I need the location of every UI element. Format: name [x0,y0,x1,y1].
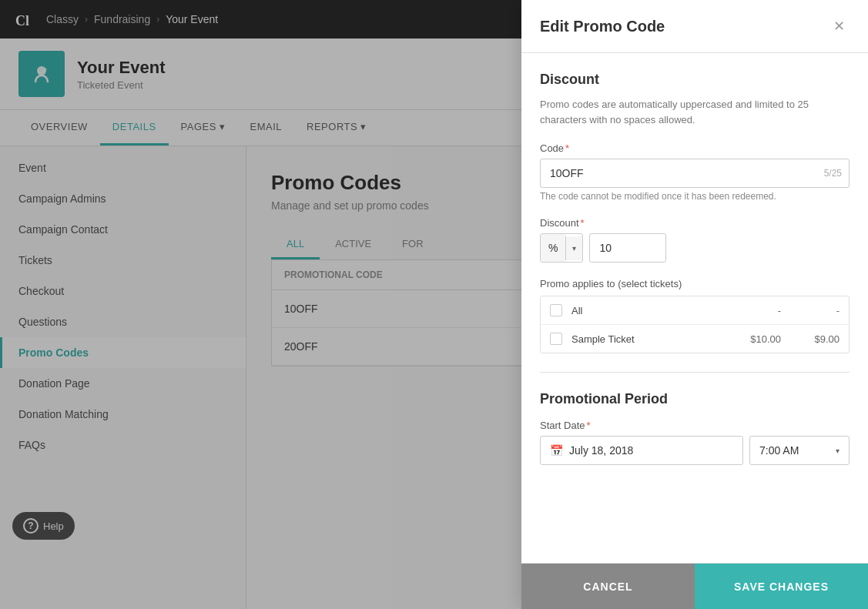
applies-to-group: Promo applies to (select tickets) All - … [540,278,850,353]
discount-row: % ▾ [540,233,850,263]
ticket-name-sample: Sample Ticket [571,333,735,345]
discount-label: Discount* [540,217,850,229]
discount-section-desc: Promo codes are automatically uppercased… [540,97,850,127]
ticket-discount-price-all: - [793,305,840,316]
ticket-name-all: All [571,305,735,316]
edit-promo-panel: Edit Promo Code ✕ Discount Promo codes a… [521,0,868,609]
panel-footer: CANCEL SAVE CHANGES [521,563,868,609]
start-date-label: Start Date* [540,420,850,431]
ticket-checkbox-sample[interactable] [550,333,562,345]
ticket-price-all: - [735,305,781,316]
discount-type-text: % [541,234,565,262]
applies-to-label: Promo applies to (select tickets) [540,278,850,289]
start-date-group: Start Date* 📅 July 18, 2018 7:00 AM ▾ [540,420,850,465]
code-hint: The code cannot be modified once it has … [540,191,850,202]
code-input-wrapper: 5/25 [540,159,850,188]
panel-header: Edit Promo Code ✕ [521,0,868,53]
save-changes-button[interactable]: SAVE CHANGES [695,564,868,609]
ticket-row-all: All - - [541,296,849,325]
ticket-discount-price-sample: $9.00 [793,333,840,345]
start-time-select[interactable]: 7:00 AM ▾ [749,436,850,465]
start-date-required: * [587,420,591,431]
discount-section-title: Discount [540,72,850,88]
ticket-row-sample: Sample Ticket $10.00 $9.00 [541,325,849,353]
time-dropdown-arrow: ▾ [836,447,840,455]
calendar-icon: 📅 [550,444,563,457]
start-date-value: July 18, 2018 [569,444,633,457]
code-input[interactable] [540,159,850,188]
discount-value-input[interactable] [589,233,666,263]
start-date-input[interactable]: 📅 July 18, 2018 [540,436,743,465]
discount-type-arrow: ▾ [565,236,582,260]
discount-required: * [581,217,585,229]
section-divider [540,372,850,373]
ticket-checkbox-all[interactable] [550,304,562,316]
period-section-title: Promotional Period [540,391,850,407]
start-date-row: 📅 July 18, 2018 7:00 AM ▾ [540,436,850,465]
code-field-group: Code* 5/25 The code cannot be modified o… [540,142,850,202]
code-label: Code* [540,142,850,154]
ticket-table: All - - Sample Ticket $10.00 $9.00 [540,296,850,353]
discount-field-group: Discount* % ▾ [540,217,850,263]
code-required: * [565,142,569,154]
panel-title: Edit Promo Code [540,18,665,35]
cancel-button[interactable]: CANCEL [521,564,695,609]
discount-type-select[interactable]: % ▾ [540,233,583,263]
ticket-price-sample: $10.00 [735,333,781,345]
code-char-count: 5/25 [824,168,842,179]
start-time-value: 7:00 AM [759,444,831,457]
panel-close-button[interactable]: ✕ [828,15,850,37]
panel-body: Discount Promo codes are automatically u… [521,53,868,563]
